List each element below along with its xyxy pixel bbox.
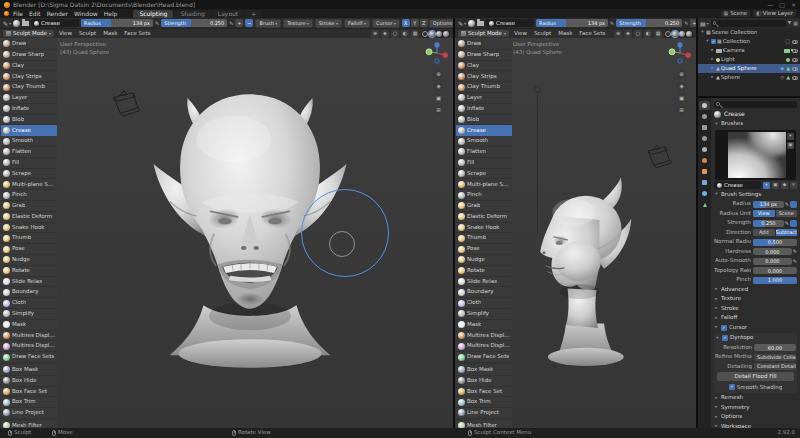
advanced-panel-header[interactable]: ▸Advanced — [714, 286, 797, 294]
proportional-edit-icon[interactable]: ○ — [391, 30, 399, 38]
tool-slide-relax[interactable]: Slide Relax — [1, 277, 57, 288]
brush-dropdown[interactable]: Brush — [255, 19, 281, 28]
tool-draw-sharp[interactable]: Draw Sharp — [456, 50, 512, 61]
proportional-edit-icon[interactable]: ○ — [634, 30, 642, 38]
segment-option-subtract[interactable]: Subtract — [776, 229, 798, 236]
outliner-row-collection[interactable]: ▾▦Collection□ — [698, 37, 800, 46]
zoom-icon[interactable]: ⊕ — [677, 70, 686, 79]
tool-box-trim[interactable]: Box Trim — [456, 397, 512, 408]
tool-clay[interactable]: Clay — [1, 61, 57, 72]
strength-slider[interactable]: Strength0.250 — [161, 19, 227, 27]
tool-clay-strips[interactable]: Clay Strips — [456, 71, 512, 82]
tool-smooth[interactable]: Smooth — [1, 136, 57, 147]
tool-fill[interactable]: Fill — [1, 158, 57, 169]
collection-checkbox[interactable] — [711, 39, 716, 44]
output-tab[interactable] — [699, 123, 710, 132]
falloff-dropdown[interactable]: Falloff — [344, 19, 370, 28]
eye-icon[interactable] — [792, 67, 798, 71]
tool-smooth[interactable]: Smooth — [456, 136, 512, 147]
outliner-row-light[interactable]: ▸Light — [698, 55, 800, 64]
tool-draw[interactable]: Draw — [456, 39, 512, 50]
brush-name-field[interactable]: Crease — [31, 19, 79, 27]
dyntopo-panel-header-checkbox[interactable] — [722, 335, 728, 341]
tool-line-project[interactable]: Line Project — [1, 408, 57, 419]
direction-add-button[interactable]: + — [690, 19, 696, 27]
tool-multi-plane-scrape[interactable]: Multi-plane Scrape — [456, 179, 512, 190]
options-dropdown[interactable]: Options — [429, 19, 453, 28]
close-button[interactable]: × — [791, 2, 796, 8]
tool-nudge[interactable]: Nudge — [1, 255, 57, 266]
menu-file[interactable]: File — [10, 11, 26, 17]
transform-orientation-icon[interactable]: ⊕ — [371, 30, 379, 38]
snapping-icon[interactable]: ◈ — [381, 30, 389, 38]
outliner-row-sphere[interactable]: ▸▲Sphere◇▲ — [698, 73, 800, 82]
tool-box-face-set[interactable]: Box Face Set — [456, 387, 512, 398]
tool-boundary[interactable]: Boundary — [1, 287, 57, 298]
tool-thumb[interactable]: Thumb — [1, 233, 57, 244]
tool-box-mask[interactable]: Box Mask — [456, 365, 512, 376]
viewport-2[interactable]: DrawDraw SharpClayClay StripsClay ThumbL… — [455, 38, 696, 428]
xray-toggle-icon[interactable]: ▦ — [411, 30, 419, 38]
workspace-tab-shading[interactable]: Shading — [174, 10, 210, 18]
direction-subtract-button[interactable]: − — [245, 19, 253, 27]
tool-grab[interactable]: Grab — [456, 201, 512, 212]
tool-inflate[interactable]: Inflate — [1, 104, 57, 115]
tool-multires-displacement-eraser[interactable]: Multires Displacement Eraser — [1, 331, 57, 342]
mode-dropdown[interactable]: Sculpt Mode — [3, 30, 54, 38]
minimize-button[interactable]: — — [767, 2, 773, 8]
material-shading-icon[interactable] — [679, 31, 685, 37]
strength-slider[interactable]: 0.250 — [753, 220, 784, 227]
tool-pose[interactable]: Pose — [456, 244, 512, 255]
brush-preview-box[interactable]: ▾▣ — [715, 130, 796, 180]
tool-crease[interactable]: Crease — [456, 125, 512, 136]
symmetry-panel-header[interactable]: ▸Symmetry — [714, 404, 797, 412]
detail-flood-fill-button[interactable]: Detail Flood Fill — [717, 372, 794, 381]
rendered-shading-icon[interactable] — [443, 31, 449, 37]
header-menu-view[interactable]: View — [57, 31, 74, 37]
cursor-panel-header-checkbox[interactable] — [721, 325, 727, 331]
tool-flatten[interactable]: Flatten — [1, 147, 57, 158]
tool-cloth[interactable]: Cloth — [1, 298, 57, 309]
tool-clay-strips[interactable]: Clay Strips — [1, 71, 57, 82]
pinch-slider[interactable]: 1.000 — [753, 277, 797, 284]
brushes-panel-header[interactable]: ▾Brushes — [714, 120, 797, 128]
falloff-panel-header[interactable]: ▸Falloff — [714, 314, 797, 322]
tool-snake-hook[interactable]: Snake Hook — [1, 223, 57, 234]
preview-menu-icon[interactable]: ▾ — [787, 133, 794, 140]
solid-shading-icon[interactable] — [429, 31, 435, 37]
browse-brush-icon[interactable] — [477, 21, 484, 26]
tool-mask[interactable]: Mask — [1, 320, 57, 331]
navigation-gizmo[interactable] — [668, 41, 692, 65]
tool-grab[interactable]: Grab — [1, 201, 57, 212]
refine-method-dropdown[interactable]: Subdivide Collapse — [754, 354, 796, 361]
outliner-row-quad-sphere[interactable]: ▸▲Quad Sphere◆▲ — [698, 64, 800, 73]
texture-panel-header[interactable]: ▸Texture — [714, 295, 797, 303]
tool-simplify[interactable]: Simplify — [456, 309, 512, 320]
eye-icon[interactable] — [792, 76, 798, 80]
workspace-tab-sculpting[interactable]: Sculpting — [133, 10, 173, 18]
header-menu-view[interactable]: View — [512, 31, 529, 37]
tool-cloth[interactable]: Cloth — [456, 298, 512, 309]
brush-name-field[interactable]: Crease — [486, 19, 534, 27]
editor-type-icon[interactable]: ✎ — [3, 20, 11, 27]
tool-clay-thumb[interactable]: Clay Thumb — [456, 82, 512, 93]
radius-slider[interactable]: Radius134 px — [81, 19, 153, 27]
tool-mask[interactable]: Mask — [456, 320, 512, 331]
blender-menu-icon[interactable] — [4, 11, 9, 16]
tool-slide-relax[interactable]: Slide Relax — [456, 277, 512, 288]
expand-caret-icon[interactable]: ▸ — [710, 48, 715, 53]
pressure-icon[interactable] — [793, 249, 797, 254]
physics-tab[interactable] — [699, 189, 710, 198]
strength-pressure-icon[interactable] — [684, 21, 688, 26]
perspective-toggle-icon[interactable]: ⊞ — [677, 106, 686, 115]
expand-caret-icon[interactable]: ▸ — [710, 66, 715, 71]
brush-preview-icon[interactable] — [13, 20, 20, 27]
cursor-panel-header[interactable]: ▸Cursor — [714, 324, 797, 332]
camera-object-wireframe[interactable] — [643, 144, 673, 170]
menu-render[interactable]: Render — [44, 11, 71, 17]
workspace-tab-[interactable]: + — [245, 10, 262, 18]
tool-snake-hook[interactable]: Snake Hook — [456, 223, 512, 234]
tool-simplify[interactable]: Simplify — [1, 309, 57, 320]
tool-flatten[interactable]: Flatten — [456, 147, 512, 158]
fake-user-button[interactable]: ◆ — [781, 182, 788, 189]
